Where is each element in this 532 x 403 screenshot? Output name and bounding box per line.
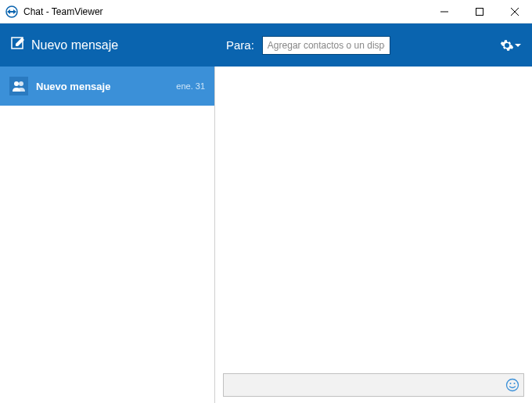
header-right: Para: — [215, 23, 532, 67]
svg-point-11 — [19, 81, 23, 86]
svg-point-14 — [514, 383, 516, 384]
conversation-title: Nuevo mensaje — [36, 81, 168, 92]
app-icon — [5, 5, 19, 19]
settings-button[interactable] — [500, 38, 521, 52]
messages-area — [215, 67, 532, 367]
svg-point-12 — [507, 380, 519, 391]
titlebar: Chat - TeamViewer — [0, 0, 532, 23]
smiley-icon — [505, 378, 519, 392]
close-button[interactable] — [497, 0, 532, 23]
content: Nuevo mensaje ene. 31 — [0, 67, 532, 403]
emoji-button[interactable] — [505, 378, 519, 392]
to-label: Para: — [226, 38, 254, 52]
svg-rect-5 — [476, 9, 483, 16]
minimize-button[interactable] — [426, 0, 462, 23]
chevron-down-icon — [515, 42, 521, 49]
new-message-label: Nuevo mensaje — [31, 38, 118, 52]
svg-marker-1 — [7, 9, 10, 14]
chat-panel — [215, 67, 532, 403]
window-title: Chat - TeamViewer — [23, 6, 426, 17]
recipient-input[interactable] — [262, 36, 390, 55]
group-icon — [9, 77, 28, 95]
gear-icon — [500, 38, 514, 52]
svg-marker-9 — [515, 44, 521, 47]
svg-point-13 — [510, 383, 512, 384]
compose-icon — [11, 37, 25, 54]
compose-bar — [215, 367, 532, 403]
window-controls — [426, 0, 532, 23]
svg-rect-3 — [10, 11, 13, 13]
svg-marker-2 — [13, 9, 16, 14]
conversation-item[interactable]: Nuevo mensaje ene. 31 — [0, 67, 214, 106]
svg-point-10 — [14, 81, 19, 86]
conversation-sidebar: Nuevo mensaje ene. 31 — [0, 67, 215, 403]
header-bar: Nuevo mensaje Para: — [0, 23, 532, 67]
maximize-button[interactable] — [462, 0, 497, 23]
new-message-button[interactable]: Nuevo mensaje — [0, 23, 215, 67]
message-input[interactable] — [223, 373, 524, 397]
conversation-date: ene. 31 — [176, 81, 205, 91]
